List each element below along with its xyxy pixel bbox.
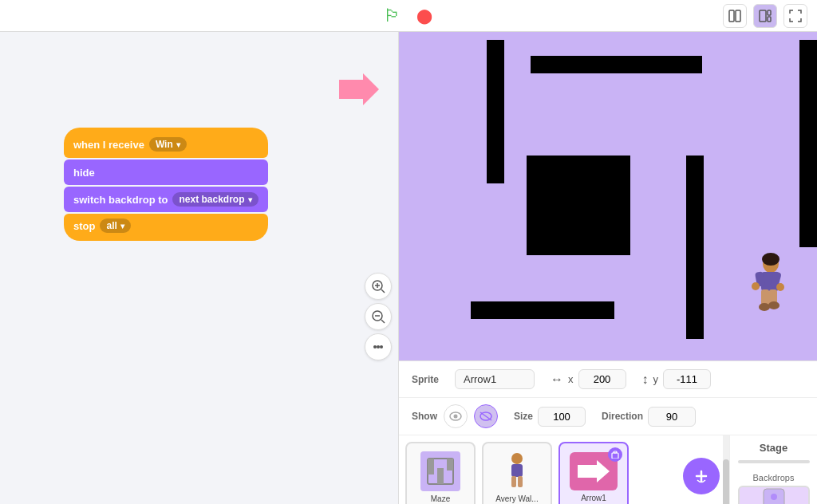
sprite-thumb-arrow1-label: Arrow1 <box>581 494 606 502</box>
stage-thumbnail[interactable] <box>738 460 810 463</box>
switch-backdrop-label: switch backdrop to <box>73 194 168 206</box>
zoom-out-button[interactable] <box>365 303 392 330</box>
x-input[interactable] <box>578 369 626 389</box>
svg-rect-34 <box>447 459 453 471</box>
layout-controls <box>723 4 807 28</box>
stop-block[interactable]: stop all <box>64 214 268 241</box>
svg-line-9 <box>381 289 385 293</box>
switch-backdrop-block[interactable]: switch backdrop to next backdrop <box>64 187 268 212</box>
when-i-receive-block[interactable]: when I receive Win <box>64 128 268 158</box>
eye-open-icon <box>449 411 462 421</box>
svg-point-26 <box>776 283 784 291</box>
maze-icon <box>420 451 460 491</box>
stage-panel: Stage Backdrops <box>729 435 817 504</box>
x-label: x <box>568 373 574 385</box>
svg-rect-38 <box>518 476 523 487</box>
svg-point-46 <box>771 494 777 500</box>
show-label: Show <box>412 411 437 422</box>
scrollbar[interactable] <box>723 435 729 504</box>
zoom-controls <box>365 273 392 360</box>
svg-rect-1 <box>736 10 740 22</box>
arrow1-icon <box>570 452 618 490</box>
sprite-thumb-maze[interactable]: Maze <box>405 442 476 504</box>
sprite-thumb-avery-label: Avery Wal... <box>495 494 538 503</box>
hide-label: hide <box>73 167 95 179</box>
svg-point-14 <box>377 345 380 348</box>
stage-panel-label: Stage <box>760 442 787 454</box>
when-i-receive-label: when I receive <box>73 139 144 151</box>
wall-left-vertical <box>487 40 504 183</box>
stage-layout-icon <box>759 10 772 22</box>
sprite-name-input[interactable] <box>455 369 535 389</box>
direction-label: Direction <box>602 411 643 422</box>
add-sprite-icon <box>692 467 711 486</box>
trash-icon <box>611 451 619 459</box>
svg-rect-33 <box>437 468 444 484</box>
block-canvas[interactable]: when I receive Win hide switch backdrop … <box>0 32 398 504</box>
sprite-label: Sprite <box>412 374 439 385</box>
green-flag-button[interactable]: 🏳 <box>381 5 404 27</box>
svg-rect-32 <box>428 459 434 474</box>
show-eye-button[interactable] <box>444 404 468 428</box>
show-group: Show <box>412 404 498 428</box>
wall-right-vertical <box>799 40 817 247</box>
backdrops-label: Backdrops <box>753 473 795 482</box>
sprite-thumb-arrow1[interactable]: Arrow1 <box>558 442 629 504</box>
direction-input[interactable] <box>648 407 696 427</box>
add-sprite-button[interactable] <box>683 458 720 494</box>
zoom-in-icon <box>371 279 385 293</box>
backdrop-thumbnail[interactable] <box>738 486 810 504</box>
svg-rect-37 <box>511 476 516 487</box>
hide-block[interactable]: hide <box>64 159 268 185</box>
svg-point-35 <box>511 453 523 464</box>
x-arrow-icon: ↔ <box>551 372 563 387</box>
stop-button[interactable]: ⬤ <box>413 5 436 27</box>
character-svg <box>745 253 789 321</box>
delete-badge[interactable] <box>608 447 622 462</box>
sprite-info-bar: Sprite ↔ x ↕ y <box>399 361 817 398</box>
svg-rect-40 <box>612 453 618 459</box>
avery-svg <box>504 452 530 490</box>
svg-marker-5 <box>339 73 379 105</box>
scrollbar-thumb <box>723 459 729 504</box>
sprite-thumb-maze-label: Maze <box>431 494 450 503</box>
fullscreen-icon <box>789 10 802 22</box>
svg-point-28 <box>454 415 458 419</box>
show-size-bar: Show Size Direction <box>399 398 817 435</box>
wall-top-horizontal <box>531 56 702 73</box>
main-area: when I receive Win hide switch backdrop … <box>0 32 817 504</box>
sprite-thumb-avery[interactable]: Avery Wal... <box>482 442 552 504</box>
fullscreen-button[interactable] <box>783 4 807 28</box>
arrow1-svg <box>578 460 610 482</box>
backdrop-icon <box>762 487 786 504</box>
blocks-container: when I receive Win hide switch backdrop … <box>64 128 268 241</box>
stop-label: stop <box>73 220 95 232</box>
size-group: Size <box>514 407 586 427</box>
avery-icon <box>497 451 537 491</box>
flag-icon: 🏳 <box>384 6 401 26</box>
block-stack: when I receive Win hide switch backdrop … <box>64 128 268 241</box>
stop-all-dropdown[interactable]: all <box>100 219 130 233</box>
size-input[interactable] <box>538 407 586 427</box>
win-dropdown[interactable]: Win <box>149 137 187 152</box>
zoom-reset-icon <box>371 340 385 354</box>
hide-eye-button[interactable] <box>474 404 498 428</box>
code-area: when I receive Win hide switch backdrop … <box>0 32 399 504</box>
layout-toggle-button[interactable] <box>723 4 747 28</box>
arrow-icon <box>339 73 379 105</box>
zoom-in-button[interactable] <box>365 273 392 300</box>
svg-rect-36 <box>511 464 523 477</box>
svg-marker-39 <box>578 460 610 482</box>
y-coord-group: ↕ y <box>642 369 712 389</box>
top-bar: 🏳 ⬤ <box>0 0 817 32</box>
svg-rect-3 <box>768 10 771 15</box>
stage-layout-button[interactable] <box>753 4 777 28</box>
y-input[interactable] <box>663 369 711 389</box>
zoom-reset-button[interactable] <box>365 333 392 360</box>
bottom-panel: Sprite ↔ x ↕ y Show <box>399 360 817 504</box>
svg-rect-41 <box>614 451 617 453</box>
wall-mid-right-vertical <box>686 156 704 339</box>
layout-icon <box>728 10 741 22</box>
y-label: y <box>653 373 659 385</box>
next-backdrop-dropdown[interactable]: next backdrop <box>172 192 258 207</box>
